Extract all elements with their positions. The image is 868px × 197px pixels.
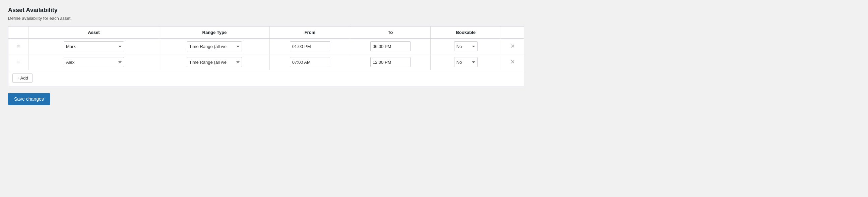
delete-cell-2: ✕	[501, 54, 524, 70]
bookable-select-wrapper-2: No Yes	[454, 57, 477, 67]
to-cell-2	[350, 54, 431, 70]
to-cell-1	[350, 38, 431, 54]
range-type-cell-1: Time Range (all we	[159, 38, 270, 54]
table-header-row: Asset Range Type From To Bookable	[8, 27, 524, 38]
drag-handle-1[interactable]: ≡	[8, 38, 29, 54]
from-input-2[interactable]	[290, 57, 330, 67]
table-body: ≡ Mark Alex Time Range (all we	[8, 38, 524, 70]
header-from: From	[270, 27, 350, 38]
bookable-cell-1: No Yes	[431, 38, 501, 54]
add-row-container: + Add	[8, 70, 524, 86]
page-description: Define availability for each asset.	[8, 16, 524, 21]
table-row: ≡ Mark Alex Time Range (all we	[8, 54, 524, 70]
bookable-select-2[interactable]: No Yes	[454, 57, 477, 67]
bookable-select-wrapper-1: No Yes	[454, 41, 477, 51]
range-type-select-1[interactable]: Time Range (all we	[187, 41, 242, 51]
to-input-2[interactable]	[370, 57, 410, 67]
range-type-select-2[interactable]: Time Range (all we	[187, 57, 242, 67]
drag-handle-2[interactable]: ≡	[8, 54, 29, 70]
add-button[interactable]: + Add	[12, 74, 32, 83]
asset-select-wrapper-2: Mark Alex	[64, 57, 124, 67]
asset-select-1[interactable]: Mark Alex	[64, 41, 124, 51]
availability-table: Asset Range Type From To Bookable ≡ Mark	[8, 27, 524, 70]
delete-button-2[interactable]: ✕	[508, 59, 517, 65]
range-type-select-wrapper-1: Time Range (all we	[187, 41, 242, 51]
header-delete	[501, 27, 524, 38]
range-type-select-wrapper-2: Time Range (all we	[187, 57, 242, 67]
availability-table-container: Asset Range Type From To Bookable ≡ Mark	[8, 26, 524, 86]
header-range-type: Range Type	[159, 27, 270, 38]
range-type-cell-2: Time Range (all we	[159, 54, 270, 70]
asset-select-2[interactable]: Mark Alex	[64, 57, 124, 67]
save-changes-button[interactable]: Save changes	[8, 93, 50, 105]
to-input-1[interactable]	[370, 41, 410, 51]
from-input-1[interactable]	[290, 41, 330, 51]
footer: Save changes	[8, 93, 524, 105]
from-cell-2	[270, 54, 350, 70]
header-bookable: Bookable	[431, 27, 501, 38]
table-row: ≡ Mark Alex Time Range (all we	[8, 38, 524, 54]
header-drag	[8, 27, 29, 38]
asset-select-wrapper-1: Mark Alex	[64, 41, 124, 51]
asset-cell-1: Mark Alex	[29, 38, 159, 54]
delete-button-1[interactable]: ✕	[508, 43, 517, 50]
from-cell-1	[270, 38, 350, 54]
asset-cell-2: Mark Alex	[29, 54, 159, 70]
bookable-select-1[interactable]: No Yes	[454, 41, 477, 51]
delete-cell-1: ✕	[501, 38, 524, 54]
header-asset: Asset	[29, 27, 159, 38]
page-wrapper: Asset Availability Define availability f…	[8, 7, 524, 105]
page-title: Asset Availability	[8, 7, 524, 14]
bookable-cell-2: No Yes	[431, 54, 501, 70]
header-to: To	[350, 27, 431, 38]
